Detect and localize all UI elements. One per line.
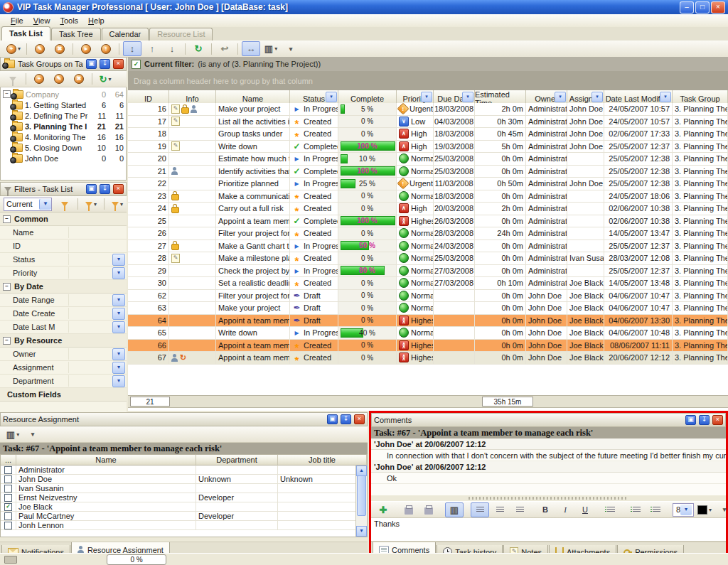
expander-icon[interactable]: − bbox=[3, 337, 11, 345]
restore-button[interactable]: □ bbox=[695, 1, 710, 14]
resource-row[interactable]: Administrator bbox=[1, 466, 367, 475]
sort-filter-icon[interactable]: ▾ bbox=[592, 92, 603, 102]
resource-row[interactable]: ✓Joe Black bbox=[1, 502, 367, 512]
tree-item-john-doe[interactable]: John Doe00 bbox=[1, 153, 126, 163]
table-row[interactable]: 21Identify activities that✓Completed100 … bbox=[128, 166, 728, 178]
more-buttons-icon[interactable]: ▾ bbox=[715, 502, 728, 517]
chevron-down-icon[interactable]: ▾ bbox=[112, 308, 125, 320]
panel-restore-icon[interactable]: ▣ bbox=[86, 59, 97, 69]
view-options-icon[interactable]: ▥▾ bbox=[4, 427, 22, 442]
menu-file[interactable]: File bbox=[6, 16, 28, 26]
outdent-icon[interactable] bbox=[627, 502, 646, 517]
font-color-button[interactable]: ▾ bbox=[695, 502, 714, 517]
chevron-down-icon[interactable]: ▾ bbox=[680, 505, 692, 515]
minimize-button[interactable]: ‒ bbox=[680, 1, 694, 14]
table-row[interactable]: 22Prioritize planned▸In Progress25 %!Urg… bbox=[128, 178, 728, 190]
chevron-down-icon[interactable]: ▾ bbox=[112, 362, 125, 374]
resource-column-[interactable]: ... bbox=[1, 455, 16, 466]
save-filter-icon[interactable]: ▾ bbox=[82, 197, 100, 212]
italic-icon[interactable]: I bbox=[556, 502, 574, 517]
tree-item-2-defining-the-prc[interactable]: 2. Defining The Prc1111 bbox=[1, 110, 126, 121]
edit-task-icon[interactable]: ✎ bbox=[31, 41, 49, 56]
align-right-icon[interactable] bbox=[510, 502, 529, 517]
resource-row[interactable]: Ivan Susanin bbox=[1, 484, 367, 493]
expander-icon[interactable]: − bbox=[3, 215, 11, 223]
table-row[interactable]: 29Check the project by the▸In Progress80… bbox=[128, 265, 728, 278]
checkbox-icon[interactable] bbox=[4, 512, 12, 520]
undo-icon[interactable]: ↩ bbox=[215, 41, 234, 56]
sort-filter-icon[interactable]: ▾ bbox=[555, 92, 566, 102]
filter-checkbox[interactable]: ✓ bbox=[132, 60, 141, 69]
table-row[interactable]: 24Carry out a full risk*Created0 %∧High2… bbox=[128, 203, 728, 215]
filter-value-input[interactable] bbox=[68, 240, 127, 252]
tab-task-list[interactable]: Task List bbox=[1, 26, 50, 41]
sort-filter-icon[interactable]: ▾ bbox=[462, 92, 473, 102]
filter-groups-icon[interactable] bbox=[4, 72, 22, 87]
indent-icon[interactable] bbox=[647, 502, 665, 517]
menu-view[interactable]: View bbox=[28, 16, 55, 26]
close-button[interactable]: × bbox=[711, 1, 725, 14]
panel-pin-icon[interactable]: ↧ bbox=[100, 59, 110, 69]
font-size-select[interactable]: 8▾ bbox=[673, 503, 694, 517]
panel-close-icon[interactable]: × bbox=[354, 414, 365, 424]
print-preview-icon[interactable] bbox=[419, 502, 438, 517]
filter-section-by-resource[interactable]: −By Resource bbox=[0, 334, 127, 348]
checkbox-icon[interactable] bbox=[4, 522, 12, 529]
filter-value-input[interactable] bbox=[68, 308, 112, 319]
table-row[interactable]: 63Make your project✒Draft0 %Normal0h 0mJ… bbox=[128, 302, 728, 315]
align-center-icon[interactable] bbox=[491, 502, 509, 517]
resource-row[interactable]: Jonh Lennon bbox=[1, 521, 367, 530]
panel-close-icon[interactable]: × bbox=[712, 415, 723, 425]
print-icon[interactable] bbox=[400, 502, 418, 517]
table-row[interactable]: 64Appoint a team member✒Draft0 %∧∧Highes… bbox=[128, 315, 728, 328]
chevron-down-icon[interactable]: ▾ bbox=[112, 375, 125, 387]
table-row[interactable]: 27Make a Gantt chart to▸In Progress50 %N… bbox=[128, 240, 728, 253]
table-row[interactable]: 23Make a communication*Created0 %Normal1… bbox=[128, 190, 728, 203]
resource-row[interactable]: Ernst NeizvestnyDeveloper bbox=[1, 493, 367, 502]
panel-restore-icon[interactable]: ▣ bbox=[685, 415, 696, 425]
table-row[interactable]: 67Appoint a team member*Created0 %∧∧High… bbox=[128, 352, 728, 365]
filter-value-input[interactable] bbox=[68, 348, 112, 360]
filter-value-input[interactable] bbox=[68, 254, 112, 265]
tab-resource-list[interactable]: Resource List bbox=[149, 28, 213, 41]
sort-filter-icon[interactable]: ▾ bbox=[660, 92, 671, 102]
scroll-down-icon[interactable]: ▼ bbox=[356, 526, 367, 537]
chevron-down-icon[interactable]: ▾ bbox=[112, 348, 125, 360]
fit-columns-icon[interactable]: ↔ bbox=[242, 41, 260, 56]
scroll-thumb[interactable] bbox=[357, 475, 366, 516]
filter-value-input[interactable] bbox=[68, 321, 112, 333]
filter-section-common[interactable]: −Common bbox=[0, 212, 127, 226]
refresh-groups-icon[interactable]: ↻▾ bbox=[96, 72, 114, 87]
resource-row[interactable]: Paul McCartneyDeveloper bbox=[1, 512, 367, 521]
filter-section-custom-fields[interactable]: Custom Fields bbox=[0, 388, 127, 402]
delete-group-icon[interactable]: ✖ bbox=[70, 72, 88, 87]
clear-filter-icon[interactable]: ▾ bbox=[108, 197, 127, 212]
scroll-up-icon[interactable]: ▲ bbox=[356, 466, 367, 476]
table-row[interactable]: 18Group tasks under*Created0 %∧High18/03… bbox=[128, 128, 728, 141]
tree-item-3-planning-the-i[interactable]: 3. Planning The I2121 bbox=[1, 121, 126, 131]
table-row[interactable]: 66Appoint a team member*Created0 %∧∧High… bbox=[128, 340, 728, 353]
vertical-scrollbar[interactable]: ▲ ▼ bbox=[355, 466, 367, 537]
table-row[interactable]: 26Filter your project for*Created0 %Norm… bbox=[128, 227, 728, 240]
chevron-down-icon[interactable]: ▼ bbox=[39, 199, 51, 210]
filter-value-input[interactable] bbox=[68, 362, 112, 373]
underline-icon[interactable]: U bbox=[576, 502, 594, 517]
panel-restore-icon[interactable]: ▣ bbox=[327, 414, 338, 424]
resource-column-department[interactable]: Department bbox=[196, 455, 278, 466]
menu-help[interactable]: Help bbox=[83, 16, 109, 26]
align-left-icon[interactable] bbox=[471, 502, 489, 517]
add-task-icon[interactable]: +▾ bbox=[4, 41, 23, 56]
refresh-icon[interactable]: ↻ bbox=[189, 41, 208, 56]
checkbox-icon[interactable]: ✓ bbox=[4, 503, 12, 511]
move-up-icon[interactable]: ↑ bbox=[143, 41, 161, 56]
bullet-list-icon[interactable] bbox=[601, 502, 620, 517]
panel-pin-icon[interactable]: ↧ bbox=[699, 415, 710, 425]
chevron-down-icon[interactable]: ▾ bbox=[112, 294, 125, 306]
table-row[interactable]: 62Filter your project for✒Draft0 %Normal… bbox=[128, 290, 728, 303]
filter-section-by-date[interactable]: −By Date bbox=[0, 280, 127, 294]
tree-item-1-getting-started[interactable]: 1. Getting Started66 bbox=[1, 99, 126, 110]
tab-task-tree[interactable]: Task Tree bbox=[51, 28, 101, 41]
comment-input[interactable]: Thanks bbox=[371, 518, 726, 542]
panel-pin-icon[interactable]: ↧ bbox=[341, 414, 351, 424]
resource-row[interactable]: John DoeUnknownUnknown bbox=[1, 475, 367, 484]
